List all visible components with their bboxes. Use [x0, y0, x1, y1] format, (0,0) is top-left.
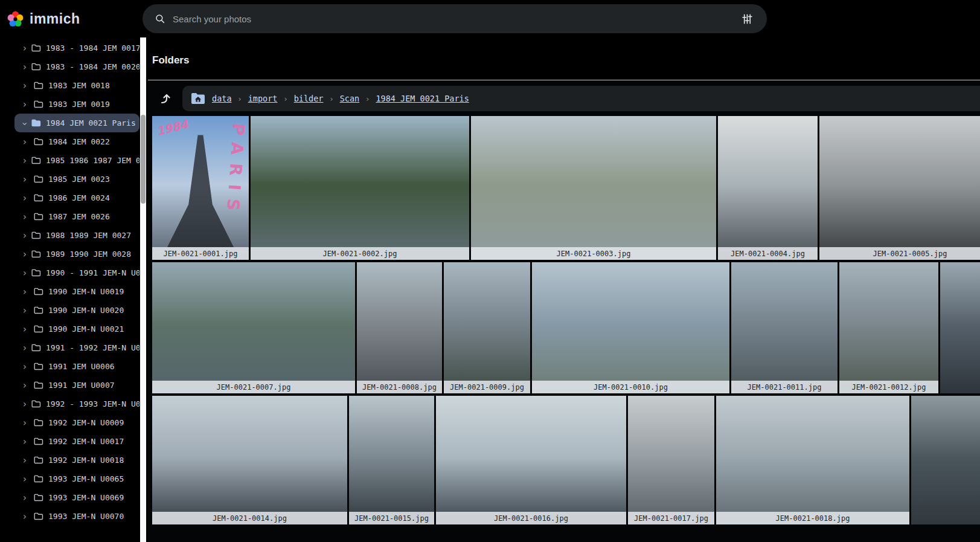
sidebar-item[interactable]: › 1993 JEM-N U0069 — [14, 488, 139, 507]
photo-filename: JEM-0021-0001.jpg — [152, 247, 249, 260]
folder-icon — [34, 287, 43, 296]
sidebar-item[interactable]: › 1991 JEM U0007 — [14, 376, 139, 395]
breadcrumb: data›import›bilder›Scan›1984 JEM 0021 Pa… — [182, 86, 980, 111]
photo-thumbnail[interactable]: JEM-0021-0017.jpg — [628, 396, 714, 524]
photo-thumbnail[interactable]: JEM-0021-0011.jpg — [731, 262, 837, 393]
breadcrumb-link[interactable]: bilder — [294, 94, 324, 103]
breadcrumb-link[interactable]: data — [212, 94, 232, 103]
photo-thumbnail[interactable] — [911, 396, 980, 524]
page-scrollbar-track[interactable] — [140, 37, 146, 542]
sidebar-item[interactable]: › 1990 JEM-N U0019 — [14, 282, 139, 301]
folder-icon — [34, 212, 43, 221]
sidebar-item[interactable]: › 1991 - 1992 JEM-N U00 — [14, 338, 139, 357]
photo-thumbnail[interactable]: JEM-0021-0009.jpg — [444, 262, 530, 393]
chevron-right-icon: › — [23, 380, 29, 391]
folder-icon — [31, 156, 41, 165]
sidebar-item[interactable]: › 1983 - 1984 JEM 0017 — [14, 39, 139, 57]
breadcrumb-separator-icon: › — [239, 94, 242, 103]
sidebar-item[interactable]: › 1993 JEM-N U0065 — [14, 469, 139, 488]
sidebar-item[interactable]: › 1992 JEM-N U0018 — [14, 451, 139, 469]
photo-filename: JEM-0021-0017.jpg — [628, 512, 714, 524]
folder-icon — [31, 399, 41, 408]
page-scrollbar-thumb[interactable] — [141, 115, 146, 204]
sidebar-item[interactable]: › 1985 1986 1987 JEM 00 — [14, 151, 139, 170]
photo-grid-row: JEM-0021-0007.jpg JEM-0021-0008.jpg JEM-… — [152, 262, 980, 393]
sidebar-item[interactable]: › 1984 JEM 0022 — [14, 132, 139, 151]
top-bar: immich — [0, 0, 980, 37]
sidebar-item[interactable]: › 1984 JEM 0021 Paris — [14, 114, 139, 132]
sidebar-item-label: 1991 JEM U0006 — [48, 362, 115, 371]
sidebar-item-label: 1993 JEM-N U0070 — [48, 512, 124, 521]
breadcrumb-separator-icon: › — [330, 94, 333, 103]
sidebar-item-label: 1991 - 1992 JEM-N U00 — [46, 343, 139, 352]
sidebar-item-label: 1991 JEM U0007 — [48, 381, 115, 390]
chevron-down-icon: › — [19, 122, 30, 126]
search-filter-button[interactable] — [737, 8, 757, 29]
folder-icon — [34, 100, 43, 109]
sidebar-item[interactable]: › 1993 JEM-N U0070 — [14, 507, 139, 526]
sidebar-item[interactable]: › 1987 JEM 0026 — [14, 207, 139, 226]
sidebar-item[interactable]: › 1990 JEM-N U0020 — [14, 301, 139, 320]
search-input[interactable] — [173, 14, 737, 24]
arrow-up-icon — [157, 91, 173, 106]
photo-thumbnail[interactable]: JEM-0021-0003.jpg — [471, 116, 716, 260]
breadcrumb-link[interactable]: import — [248, 94, 278, 103]
photo-thumbnail[interactable]: JEM-0021-0012.jpg — [839, 262, 938, 393]
photo-filename: JEM-0021-0014.jpg — [152, 512, 347, 524]
chevron-right-icon: › — [23, 80, 29, 91]
sidebar-item-label: 1985 1986 1987 JEM 00 — [46, 156, 139, 165]
sidebar-item[interactable]: › 1990 JEM-N U0021 — [14, 320, 139, 338]
breadcrumb-link[interactable]: 1984 JEM 0021 Paris — [376, 94, 469, 103]
sidebar-item[interactable]: › 1992 - 1993 JEM-N U00 — [14, 395, 139, 413]
sidebar-item-label: 1990 JEM-N U0021 — [48, 324, 124, 334]
photo-thumbnail[interactable]: JEM-0021-0014.jpg — [152, 396, 347, 524]
go-up-button[interactable] — [152, 86, 178, 111]
photo-thumbnail[interactable]: JEM-0021-0008.jpg — [357, 262, 442, 393]
photo-thumbnail[interactable]: JEM-0021-0004.jpg — [718, 116, 818, 260]
sidebar-item[interactable]: › 1992 JEM-N U0009 — [14, 413, 139, 432]
chevron-right-icon: › — [23, 174, 29, 185]
photo-grid-row: 1984 PARIS JEM-0021-0001.jpg JEM-0021-00… — [152, 116, 980, 260]
photo-thumbnail[interactable]: 1984 PARIS JEM-0021-0001.jpg — [152, 116, 249, 260]
sidebar-item[interactable]: › 1992 JEM-N U0017 — [14, 432, 139, 451]
photo-grid: 1984 PARIS JEM-0021-0001.jpg JEM-0021-00… — [152, 116, 980, 527]
breadcrumb-link[interactable]: Scan — [340, 94, 360, 103]
sidebar-item[interactable]: › 1989 1990 JEM 0028 — [14, 245, 139, 263]
sidebar-item[interactable]: › 1988 1989 JEM 0027 — [14, 226, 139, 245]
folder-icon — [34, 474, 43, 483]
app-brand[interactable]: immich — [0, 11, 135, 27]
chevron-right-icon: › — [23, 324, 29, 335]
sidebar-item-label: 1992 JEM-N U0018 — [48, 456, 124, 465]
search-bar[interactable] — [143, 4, 767, 33]
sidebar-item-label: 1990 - 1991 JEM-N U00 — [46, 268, 139, 277]
chevron-right-icon: › — [23, 62, 27, 73]
sidebar-item[interactable]: › 1983 JEM 0019 — [14, 95, 139, 114]
photo-graffiti-year: 1984 — [155, 117, 190, 138]
photo-thumbnail[interactable]: JEM-0021-0015.jpg — [349, 396, 434, 524]
folder-tree-sidebar: › 1983 - 1984 JEM 0017 › 1983 - 1984 JEM… — [0, 37, 139, 542]
chevron-right-icon: › — [23, 455, 29, 466]
photo-thumbnail[interactable]: JEM-0021-0007.jpg — [152, 262, 355, 393]
sidebar-item[interactable]: › 1986 JEM 0024 — [14, 189, 139, 207]
photo-thumbnail[interactable]: JEM-0021-0005.jpg — [819, 116, 980, 260]
filter-sliders-icon — [741, 13, 753, 25]
sidebar-item[interactable]: › 1991 JEM U0006 — [14, 357, 139, 376]
photo-thumbnail[interactable] — [940, 262, 980, 393]
chevron-right-icon: › — [23, 418, 29, 428]
photo-graffiti-word: PARIS — [223, 123, 249, 219]
photo-thumbnail[interactable]: JEM-0021-0010.jpg — [532, 262, 729, 393]
sidebar-item[interactable]: › 1985 JEM 0023 — [14, 170, 139, 189]
sidebar-item-label: 1993 JEM-N U0069 — [48, 493, 124, 502]
sidebar-item-label: 1986 JEM 0024 — [48, 193, 110, 202]
search-icon — [155, 13, 165, 24]
eiffel-tower-silhouette — [167, 135, 234, 247]
sidebar-item[interactable]: › 1983 - 1984 JEM 0020 — [14, 57, 139, 76]
sidebar-item[interactable]: › 1990 - 1991 JEM-N U00 — [14, 263, 139, 282]
photo-thumbnail[interactable]: JEM-0021-0016.jpg — [436, 396, 626, 524]
photo-filename: JEM-0021-0011.jpg — [731, 381, 837, 393]
photo-thumbnail[interactable]: JEM-0021-0002.jpg — [251, 116, 469, 260]
home-folder-icon[interactable] — [191, 92, 205, 105]
photo-thumbnail[interactable]: JEM-0021-0018.jpg — [716, 396, 909, 524]
sidebar-item[interactable]: › 1983 JEM 0018 — [14, 76, 139, 95]
photo-filename: JEM-0021-0008.jpg — [357, 381, 442, 393]
